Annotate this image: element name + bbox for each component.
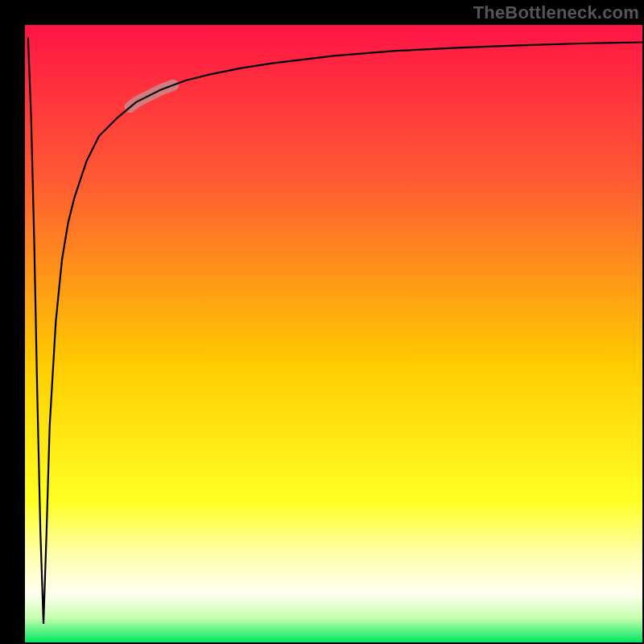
gradient-background — [25, 25, 642, 642]
frame-left — [0, 0, 25, 644]
svg-rect-0 — [25, 25, 642, 642]
chart-container: TheBottleneck.com — [0, 0, 644, 644]
attribution-text: TheBottleneck.com — [473, 2, 639, 23]
plot-area — [25, 25, 642, 642]
